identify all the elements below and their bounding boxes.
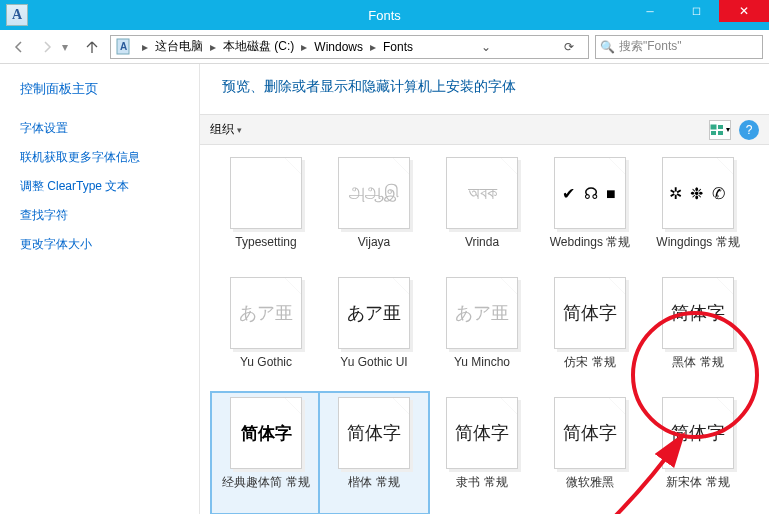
refresh-icon[interactable]: ⟳	[564, 40, 584, 54]
font-sample: অবক	[468, 183, 497, 204]
search-box[interactable]: 🔍 搜索"Fonts"	[595, 35, 763, 59]
history-dropdown[interactable]: ▾	[62, 40, 78, 54]
font-item[interactable]: 简体字黑体 常规	[644, 273, 752, 393]
main-pane: 预览、删除或者显示和隐藏计算机上安装的字体 组织 ▾ ? Typesetting…	[200, 64, 769, 514]
font-item[interactable]: 简体字楷体 常规	[320, 393, 428, 513]
font-item[interactable]: あア亜Yu Gothic UI	[320, 273, 428, 393]
font-sample: 简体字	[563, 421, 617, 445]
font-item[interactable]: あア亜Yu Mincho	[428, 273, 536, 393]
font-thumbnail: 简体字	[230, 397, 302, 469]
font-thumbnail: 简体字	[446, 397, 518, 469]
control-panel-home[interactable]: 控制面板主页	[20, 80, 199, 98]
breadcrumb-chev[interactable]: ▸	[367, 40, 379, 54]
forward-button[interactable]	[34, 35, 60, 59]
page-header: 预览、删除或者显示和隐藏计算机上安装的字体	[200, 64, 769, 114]
font-label: 黑体 常规	[672, 355, 723, 371]
back-button[interactable]	[6, 35, 32, 59]
breadcrumb-chev[interactable]: ▸	[139, 40, 151, 54]
font-sample: 简体字	[563, 301, 617, 325]
font-thumbnail: 简体字	[662, 277, 734, 349]
font-item[interactable]: ✔ ☊ ■Webdings 常规	[536, 153, 644, 273]
font-label: Typesetting	[235, 235, 296, 251]
font-item[interactable]: 简体字隶书 常规	[428, 393, 536, 513]
font-label: Vrinda	[465, 235, 499, 251]
addr-dropdown-icon[interactable]: ⌄	[481, 40, 501, 54]
font-sample: ✔ ☊ ■	[562, 184, 618, 203]
font-item[interactable]: Typesetting	[212, 153, 320, 273]
font-item[interactable]: 简体字仿宋 常规	[536, 273, 644, 393]
organize-button[interactable]: 组织	[210, 121, 242, 138]
font-sample: 简体字	[455, 421, 509, 445]
breadcrumb-chev[interactable]: ▸	[207, 40, 219, 54]
svg-rect-2	[711, 125, 716, 129]
folder-icon: A	[115, 38, 133, 56]
font-thumbnail: ✲ ❉ ✆	[662, 157, 734, 229]
sidebar-link-font-settings[interactable]: 字体设置	[20, 120, 199, 137]
font-label: Yu Gothic UI	[340, 355, 407, 371]
font-sample: 简体字	[671, 421, 725, 445]
font-sample: 简体字	[241, 422, 292, 445]
font-thumbnail: 简体字	[662, 397, 734, 469]
address-bar[interactable]: A ▸ 这台电脑 ▸ 本地磁盘 (C:) ▸ Windows ▸ Fonts ⌄…	[110, 35, 589, 59]
font-label: 新宋体 常规	[666, 475, 729, 491]
font-label: 仿宋 常规	[564, 355, 615, 371]
breadcrumb-chev[interactable]: ▸	[298, 40, 310, 54]
font-sample: 简体字	[347, 421, 401, 445]
font-item[interactable]: あア亜Yu Gothic	[212, 273, 320, 393]
font-label: 隶书 常规	[456, 475, 507, 491]
font-thumbnail: あア亜	[446, 277, 518, 349]
minimize-button[interactable]	[627, 0, 673, 22]
breadcrumb-item[interactable]: Windows	[310, 40, 367, 54]
search-icon: 🔍	[600, 40, 615, 54]
svg-rect-3	[718, 125, 723, 129]
svg-text:A: A	[120, 41, 127, 52]
sidebar-link-get-more-fonts[interactable]: 联机获取更多字体信息	[20, 149, 199, 166]
font-item[interactable]: 简体字经典趣体简 常规	[212, 393, 320, 513]
titlebar: A Fonts	[0, 0, 769, 30]
font-label: Wingdings 常规	[656, 235, 739, 251]
up-button[interactable]	[80, 35, 104, 59]
font-item[interactable]: অবকVrinda	[428, 153, 536, 273]
font-thumbnail: অবক	[446, 157, 518, 229]
breadcrumb-item[interactable]: Fonts	[379, 40, 417, 54]
font-label: 经典趣体简 常规	[222, 475, 309, 491]
font-label: Vijaya	[358, 235, 390, 251]
font-thumbnail: அஆஇ	[338, 157, 410, 229]
font-thumbnail: 简体字	[554, 397, 626, 469]
svg-rect-4	[711, 131, 716, 135]
sidebar-link-change-size[interactable]: 更改字体大小	[20, 236, 199, 253]
font-item[interactable]: ✲ ❉ ✆Wingdings 常规	[644, 153, 752, 273]
font-item[interactable]: 简体字微软雅黑	[536, 393, 644, 513]
font-thumbnail: 简体字	[554, 277, 626, 349]
font-label: Yu Gothic	[240, 355, 292, 371]
navbar: ▾ A ▸ 这台电脑 ▸ 本地磁盘 (C:) ▸ Windows ▸ Fonts…	[0, 30, 769, 64]
font-thumbnail: あア亜	[338, 277, 410, 349]
font-sample: あア亜	[455, 301, 509, 325]
toolbar: 组织 ▾ ?	[200, 114, 769, 145]
view-button[interactable]: ▾	[709, 120, 731, 140]
font-thumbnail: あア亜	[230, 277, 302, 349]
font-thumbnail: ✔ ☊ ■	[554, 157, 626, 229]
sidebar-link-find-char[interactable]: 查找字符	[20, 207, 199, 224]
font-item[interactable]: அஆஇVijaya	[320, 153, 428, 273]
maximize-button[interactable]	[673, 0, 719, 22]
font-sample: あア亜	[347, 301, 401, 325]
font-thumbnail	[230, 157, 302, 229]
font-sample: அஆஇ	[349, 183, 399, 204]
close-button[interactable]	[719, 0, 769, 22]
font-label: 楷体 常规	[348, 475, 399, 491]
font-sample: ✲ ❉ ✆	[669, 184, 727, 203]
font-label: 微软雅黑	[566, 475, 614, 491]
svg-rect-5	[718, 131, 723, 135]
font-label: Yu Mincho	[454, 355, 510, 371]
breadcrumb-item[interactable]: 本地磁盘 (C:)	[219, 38, 298, 55]
font-grid: TypesettingஅஆஇVijayaঅবকVrinda✔ ☊ ■Webdin…	[200, 145, 769, 514]
font-thumbnail: 简体字	[338, 397, 410, 469]
font-sample: あア亜	[239, 301, 293, 325]
sidebar: 控制面板主页 字体设置 联机获取更多字体信息 调整 ClearType 文本 查…	[0, 64, 200, 514]
app-icon: A	[6, 4, 28, 26]
sidebar-link-cleartype[interactable]: 调整 ClearType 文本	[20, 178, 199, 195]
breadcrumb-item[interactable]: 这台电脑	[151, 38, 207, 55]
font-item[interactable]: 简体字新宋体 常规	[644, 393, 752, 513]
help-button[interactable]: ?	[739, 120, 759, 140]
